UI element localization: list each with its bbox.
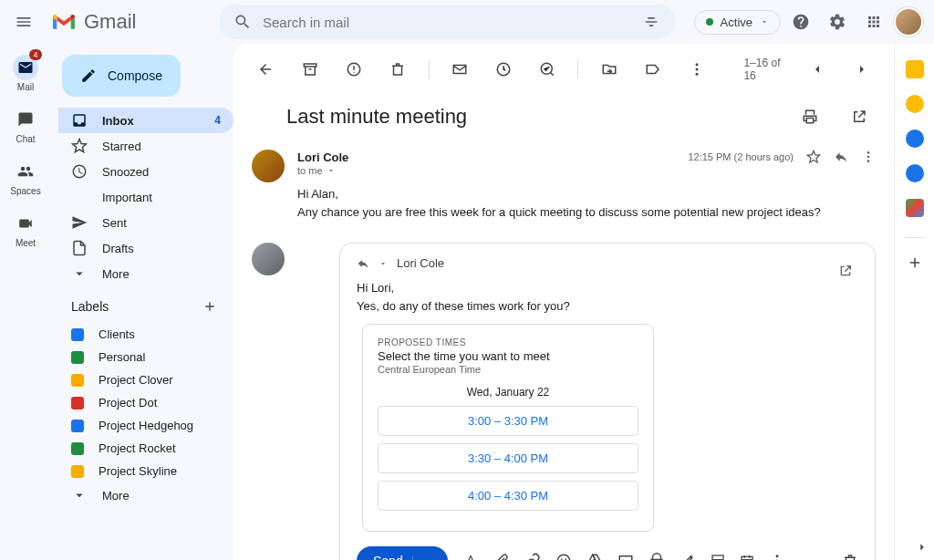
recipient-line[interactable]: to me	[297, 165, 876, 176]
more-actions-button[interactable]	[683, 53, 711, 86]
addon-calendar[interactable]	[906, 60, 924, 78]
label-item[interactable]: Personal	[58, 346, 234, 368]
image-button[interactable]	[617, 553, 634, 560]
send-button[interactable]: Send	[357, 546, 448, 560]
nav-inbox[interactable]: Inbox 4	[58, 108, 234, 133]
sender-name[interactable]: Lori Cole	[297, 150, 348, 164]
nav-snoozed[interactable]: Snoozed	[58, 159, 234, 184]
nav-starred[interactable]: Starred	[58, 133, 234, 159]
label-item[interactable]: Project Clover	[58, 368, 234, 391]
leftbar-spaces-label: Spaces	[10, 186, 40, 196]
leftbar-spaces[interactable]: Spaces	[4, 155, 47, 200]
send-more-button[interactable]	[412, 556, 431, 560]
add-label-button[interactable]	[199, 296, 221, 317]
labels-button[interactable]	[639, 53, 667, 86]
addon-get-button[interactable]	[907, 254, 923, 271]
delete-button[interactable]	[384, 53, 411, 86]
reply-box: Lori Cole Hi Lori, Yes, do any of these …	[339, 243, 876, 560]
next-button[interactable]	[848, 53, 876, 86]
nav-drafts[interactable]: Drafts	[58, 235, 234, 261]
support-button[interactable]	[784, 5, 817, 38]
snooze-button[interactable]	[490, 53, 517, 86]
msg-line: Hi Alan,	[297, 185, 876, 203]
prev-button[interactable]	[804, 53, 831, 86]
compose-label: Compose	[108, 68, 162, 83]
sender-avatar[interactable]	[252, 150, 285, 182]
search-options-icon[interactable]	[642, 13, 660, 31]
search-bar[interactable]	[219, 5, 675, 39]
message-more-button[interactable]	[861, 150, 876, 164]
reply-button[interactable]	[834, 150, 848, 164]
addon-maps[interactable]	[906, 199, 924, 217]
leftbar-chat-label: Chat	[16, 134, 35, 144]
time-slot-button[interactable]: 3:30 – 4:00 PM	[378, 443, 638, 473]
nav-important[interactable]: Important	[58, 184, 234, 210]
svg-point-7	[867, 156, 870, 159]
apps-button[interactable]	[857, 5, 890, 38]
plus-icon	[202, 299, 217, 314]
link-button[interactable]	[524, 553, 541, 560]
leftbar-meet[interactable]: Meet	[4, 207, 47, 252]
side-panel-toggle[interactable]	[916, 541, 929, 554]
leftbar-mail[interactable]: 4 Mail	[4, 51, 47, 96]
send-label: Send	[373, 554, 403, 560]
print-button[interactable]	[794, 100, 826, 133]
account-avatar[interactable]	[894, 7, 923, 36]
settings-button[interactable]	[821, 5, 854, 38]
reply-to[interactable]: Lori Cole	[397, 256, 444, 270]
time-slot-button[interactable]: 4:00 – 4:30 PM	[378, 481, 638, 511]
main-menu-button[interactable]	[7, 5, 40, 38]
emoji-button[interactable]	[555, 553, 572, 560]
message-time: 12:15 PM (2 hours ago)	[688, 151, 794, 162]
task-icon	[539, 61, 555, 78]
trash-icon	[842, 553, 858, 560]
label-item[interactable]: Project Hedgehog	[58, 414, 234, 437]
label-item[interactable]: Project Dot	[58, 391, 234, 414]
reply-type-button[interactable]	[357, 257, 369, 270]
nav-sent-label: Sent	[102, 216, 127, 230]
archive-button[interactable]	[296, 53, 323, 86]
compose-more-button[interactable]	[769, 553, 785, 560]
logo-text: Gmail	[84, 10, 136, 34]
compose-button[interactable]: Compose	[62, 55, 181, 97]
format-button[interactable]	[462, 553, 479, 560]
reply-type-dropdown[interactable]	[379, 259, 388, 268]
nav-labels-more[interactable]: More	[58, 482, 234, 508]
signature-button[interactable]	[680, 553, 696, 560]
label-color-icon	[71, 374, 84, 387]
addon-contacts[interactable]	[906, 164, 924, 182]
star-button[interactable]	[806, 150, 821, 164]
label-item[interactable]: Project Skyline	[58, 460, 234, 482]
spam-button[interactable]	[340, 53, 368, 86]
back-button[interactable]	[252, 53, 279, 86]
label-name: Project Skyline	[99, 464, 177, 478]
time-slot-button[interactable]: 3:00 – 3:30 PM	[378, 406, 638, 436]
search-input[interactable]	[263, 15, 631, 30]
insert-template-button[interactable]	[711, 554, 725, 560]
nav-more[interactable]: More	[58, 261, 234, 286]
label-item[interactable]: Clients	[58, 323, 234, 346]
addon-tasks[interactable]	[906, 130, 924, 148]
mark-unread-button[interactable]	[445, 53, 472, 86]
attach-button[interactable]	[493, 553, 510, 560]
logo[interactable]: Gmail	[47, 10, 212, 34]
reply-popout-button[interactable]	[829, 254, 862, 287]
status-chip[interactable]: Active	[694, 10, 781, 35]
nav-sent[interactable]: Sent	[58, 210, 234, 235]
confidential-button[interactable]	[649, 553, 665, 560]
leftbar: 4 Mail Chat Spaces Meet	[0, 44, 51, 560]
label-item[interactable]: Project Rocket	[58, 437, 234, 460]
label-name: Project Rocket	[99, 441, 176, 455]
leftbar-chat[interactable]: Chat	[4, 103, 47, 148]
meet-icon	[17, 215, 34, 232]
reply-line: Yes, do any of these times work for you?	[357, 297, 858, 316]
addon-keep[interactable]	[906, 95, 924, 113]
drive-button[interactable]	[586, 553, 603, 560]
nav-inbox-label: Inbox	[102, 114, 134, 128]
move-button[interactable]	[595, 53, 622, 86]
add-task-button[interactable]	[534, 53, 561, 86]
discard-button[interactable]	[842, 553, 858, 560]
reply-body[interactable]: Hi Lori, Yes, do any of these times work…	[357, 279, 858, 315]
calendar-insert-button[interactable]	[740, 554, 754, 560]
popout-button[interactable]	[843, 100, 876, 133]
